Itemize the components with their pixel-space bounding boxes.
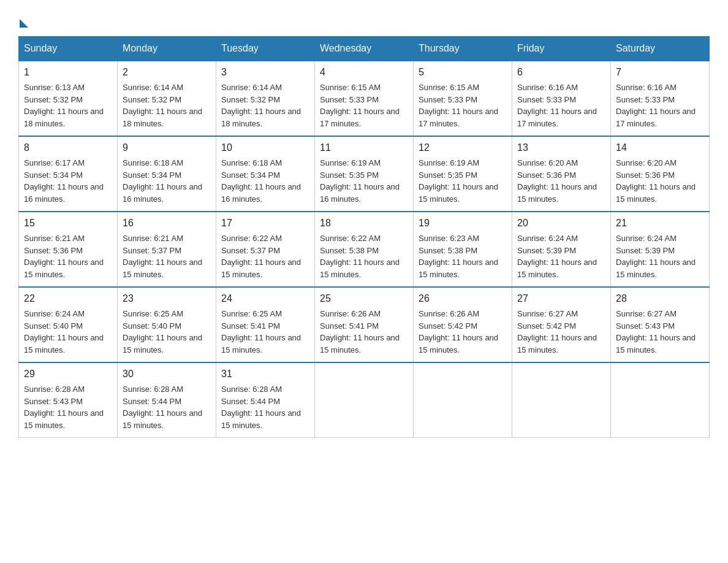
calendar-cell: 11Sunrise: 6:19 AMSunset: 5:35 PMDayligh… bbox=[315, 136, 414, 212]
sunrise-text: Sunrise: 6:28 AM bbox=[123, 385, 183, 394]
day-header-wednesday: Wednesday bbox=[315, 37, 414, 61]
sunrise-text: Sunrise: 6:27 AM bbox=[517, 309, 578, 318]
calendar-cell: 27Sunrise: 6:27 AMSunset: 5:42 PMDayligh… bbox=[512, 287, 611, 362]
calendar-cell: 2Sunrise: 6:14 AMSunset: 5:32 PMDaylight… bbox=[118, 61, 216, 136]
day-number: 7 bbox=[616, 65, 704, 80]
daylight-text: Daylight: 11 hours and 17 minutes. bbox=[419, 107, 498, 128]
sunset-text: Sunset: 5:33 PM bbox=[616, 95, 675, 104]
daylight-text: Daylight: 11 hours and 15 minutes. bbox=[123, 333, 202, 354]
day-number: 10 bbox=[221, 140, 309, 155]
day-header-monday: Monday bbox=[118, 37, 216, 61]
day-number: 20 bbox=[517, 216, 605, 231]
sunrise-text: Sunrise: 6:17 AM bbox=[24, 158, 85, 167]
day-number: 29 bbox=[24, 367, 112, 381]
sunrise-text: Sunrise: 6:20 AM bbox=[517, 158, 578, 167]
calendar-cell bbox=[315, 362, 414, 438]
calendar-cell: 12Sunrise: 6:19 AMSunset: 5:35 PMDayligh… bbox=[414, 136, 512, 212]
daylight-text: Daylight: 11 hours and 15 minutes. bbox=[419, 258, 498, 279]
sunset-text: Sunset: 5:35 PM bbox=[320, 170, 379, 180]
calendar-cell: 21Sunrise: 6:24 AMSunset: 5:39 PMDayligh… bbox=[611, 212, 710, 287]
day-number: 15 bbox=[24, 216, 112, 231]
daylight-text: Daylight: 11 hours and 15 minutes. bbox=[221, 408, 301, 430]
sunrise-text: Sunrise: 6:24 AM bbox=[517, 234, 578, 243]
calendar-cell: 25Sunrise: 6:26 AMSunset: 5:41 PMDayligh… bbox=[315, 287, 414, 362]
calendar-cell: 14Sunrise: 6:20 AMSunset: 5:36 PMDayligh… bbox=[611, 136, 710, 212]
sunrise-text: Sunrise: 6:14 AM bbox=[123, 83, 183, 92]
daylight-text: Daylight: 11 hours and 15 minutes. bbox=[24, 408, 104, 430]
week-row-2: 8Sunrise: 6:17 AMSunset: 5:34 PMDaylight… bbox=[19, 136, 710, 212]
sunset-text: Sunset: 5:39 PM bbox=[517, 246, 576, 255]
day-number: 17 bbox=[221, 216, 309, 231]
calendar-cell: 3Sunrise: 6:14 AMSunset: 5:32 PMDaylight… bbox=[216, 61, 315, 136]
daylight-text: Daylight: 11 hours and 15 minutes. bbox=[616, 258, 696, 279]
day-number: 18 bbox=[320, 216, 408, 231]
calendar-cell: 9Sunrise: 6:18 AMSunset: 5:34 PMDaylight… bbox=[118, 136, 216, 212]
calendar-cell: 19Sunrise: 6:23 AMSunset: 5:38 PMDayligh… bbox=[414, 212, 512, 287]
calendar-cell: 1Sunrise: 6:13 AMSunset: 5:32 PMDaylight… bbox=[19, 61, 118, 136]
sunset-text: Sunset: 5:42 PM bbox=[517, 321, 576, 331]
sunset-text: Sunset: 5:34 PM bbox=[123, 170, 181, 180]
sunset-text: Sunset: 5:40 PM bbox=[24, 321, 83, 331]
daylight-text: Daylight: 11 hours and 16 minutes. bbox=[221, 182, 301, 204]
calendar-cell: 18Sunrise: 6:22 AMSunset: 5:38 PMDayligh… bbox=[315, 212, 414, 287]
daylight-text: Daylight: 11 hours and 15 minutes. bbox=[517, 333, 597, 354]
sunset-text: Sunset: 5:43 PM bbox=[616, 321, 675, 331]
sunrise-text: Sunrise: 6:19 AM bbox=[320, 158, 381, 167]
sunrise-text: Sunrise: 6:14 AM bbox=[221, 83, 282, 92]
day-number: 2 bbox=[123, 65, 211, 80]
daylight-text: Daylight: 11 hours and 18 minutes. bbox=[24, 107, 104, 128]
sunset-text: Sunset: 5:33 PM bbox=[320, 95, 379, 104]
daylight-text: Daylight: 11 hours and 15 minutes. bbox=[419, 182, 498, 204]
sunset-text: Sunset: 5:36 PM bbox=[616, 170, 675, 180]
week-row-1: 1Sunrise: 6:13 AMSunset: 5:32 PMDaylight… bbox=[19, 61, 710, 136]
day-header-tuesday: Tuesday bbox=[216, 37, 315, 61]
daylight-text: Daylight: 11 hours and 15 minutes. bbox=[517, 182, 597, 204]
sunrise-text: Sunrise: 6:22 AM bbox=[320, 234, 381, 243]
week-row-3: 15Sunrise: 6:21 AMSunset: 5:36 PMDayligh… bbox=[19, 212, 710, 287]
sunset-text: Sunset: 5:32 PM bbox=[24, 95, 83, 104]
day-number: 16 bbox=[123, 216, 211, 231]
sunrise-text: Sunrise: 6:15 AM bbox=[320, 83, 381, 92]
day-number: 6 bbox=[517, 65, 605, 80]
day-number: 4 bbox=[320, 65, 408, 80]
calendar-cell bbox=[611, 362, 710, 438]
day-number: 14 bbox=[616, 140, 704, 155]
daylight-text: Daylight: 11 hours and 16 minutes. bbox=[24, 182, 104, 204]
calendar-cell: 30Sunrise: 6:28 AMSunset: 5:44 PMDayligh… bbox=[118, 362, 216, 438]
daylight-text: Daylight: 11 hours and 17 minutes. bbox=[616, 107, 696, 128]
day-number: 30 bbox=[123, 367, 211, 381]
week-row-4: 22Sunrise: 6:24 AMSunset: 5:40 PMDayligh… bbox=[19, 287, 710, 362]
sunrise-text: Sunrise: 6:13 AM bbox=[24, 83, 85, 92]
daylight-text: Daylight: 11 hours and 15 minutes. bbox=[320, 258, 400, 279]
day-number: 25 bbox=[320, 291, 408, 306]
calendar-cell: 17Sunrise: 6:22 AMSunset: 5:37 PMDayligh… bbox=[216, 212, 315, 287]
sunrise-text: Sunrise: 6:24 AM bbox=[24, 309, 85, 318]
calendar-cell: 5Sunrise: 6:15 AMSunset: 5:33 PMDaylight… bbox=[414, 61, 512, 136]
sunrise-text: Sunrise: 6:22 AM bbox=[221, 234, 282, 243]
daylight-text: Daylight: 11 hours and 18 minutes. bbox=[123, 107, 202, 128]
day-number: 9 bbox=[123, 140, 211, 155]
logo-arrow-icon bbox=[20, 19, 28, 28]
logo bbox=[18, 15, 28, 25]
day-number: 12 bbox=[419, 140, 507, 155]
sunrise-text: Sunrise: 6:28 AM bbox=[24, 385, 85, 394]
sunset-text: Sunset: 5:43 PM bbox=[24, 397, 83, 406]
day-number: 1 bbox=[24, 65, 112, 80]
sunset-text: Sunset: 5:32 PM bbox=[123, 95, 181, 104]
daylight-text: Daylight: 11 hours and 15 minutes. bbox=[320, 333, 400, 354]
calendar-cell: 29Sunrise: 6:28 AMSunset: 5:43 PMDayligh… bbox=[19, 362, 118, 438]
day-number: 5 bbox=[419, 65, 507, 80]
calendar-cell: 8Sunrise: 6:17 AMSunset: 5:34 PMDaylight… bbox=[19, 136, 118, 212]
calendar-table: SundayMondayTuesdayWednesdayThursdayFrid… bbox=[18, 36, 710, 438]
day-number: 24 bbox=[221, 291, 309, 306]
calendar-cell bbox=[512, 362, 611, 438]
daylight-text: Daylight: 11 hours and 15 minutes. bbox=[221, 258, 301, 279]
sunset-text: Sunset: 5:41 PM bbox=[320, 321, 379, 331]
sunrise-text: Sunrise: 6:20 AM bbox=[616, 158, 677, 167]
daylight-text: Daylight: 11 hours and 15 minutes. bbox=[517, 258, 597, 279]
daylight-text: Daylight: 11 hours and 18 minutes. bbox=[221, 107, 301, 128]
sunset-text: Sunset: 5:38 PM bbox=[419, 246, 477, 255]
calendar-cell: 15Sunrise: 6:21 AMSunset: 5:36 PMDayligh… bbox=[19, 212, 118, 287]
daylight-text: Daylight: 11 hours and 15 minutes. bbox=[419, 333, 498, 354]
sunset-text: Sunset: 5:33 PM bbox=[517, 95, 576, 104]
